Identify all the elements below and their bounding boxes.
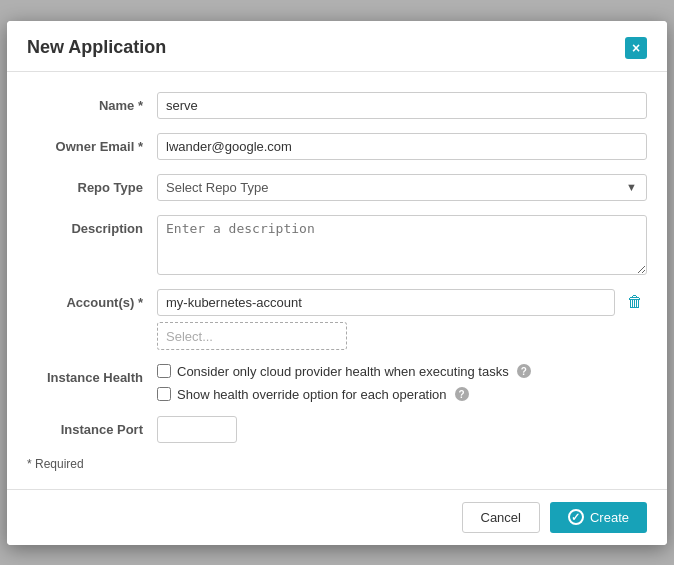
account-item: 🗑 [157,289,647,316]
name-input[interactable] [157,92,647,119]
create-button[interactable]: ✓ Create [550,502,647,533]
instance-health-column: Consider only cloud provider health when… [157,364,647,402]
instance-health-label: Instance Health [27,364,157,385]
cloud-health-help-icon[interactable]: ? [517,364,531,378]
new-application-modal: New Application × Name * Owner Email * R… [7,21,667,545]
account-input[interactable] [157,289,615,316]
account-select-dropdown[interactable]: Select... [157,322,347,350]
modal-title: New Application [27,37,166,58]
repo-type-label: Repo Type [27,174,157,195]
trash-icon: 🗑 [627,293,643,311]
repo-type-select[interactable]: Select Repo Type [157,174,647,201]
owner-email-row: Owner Email * [27,133,647,160]
health-override-row: Show health override option for each ope… [157,387,647,402]
repo-type-row: Repo Type Select Repo Type [27,174,647,201]
owner-email-label: Owner Email * [27,133,157,154]
repo-type-wrapper: Select Repo Type [157,174,647,201]
accounts-column: 🗑 Select... [157,289,647,350]
instance-port-row: Instance Port [27,416,647,443]
create-label: Create [590,510,629,525]
create-check-icon: ✓ [568,509,584,525]
health-override-help-icon[interactable]: ? [455,387,469,401]
required-note: * Required [27,457,647,471]
cloud-health-checkbox[interactable] [157,364,171,378]
select-placeholder: Select... [166,329,213,344]
instance-port-label: Instance Port [27,416,157,437]
close-button[interactable]: × [625,37,647,59]
accounts-row: Account(s) * 🗑 Select... [27,289,647,350]
description-input[interactable] [157,215,647,275]
modal-body: Name * Owner Email * Repo Type Select Re… [7,72,667,489]
modal-header: New Application × [7,21,667,72]
cloud-health-label: Consider only cloud provider health when… [177,364,509,379]
modal-footer: Cancel ✓ Create [7,489,667,545]
health-override-label: Show health override option for each ope… [177,387,447,402]
description-label: Description [27,215,157,236]
description-row: Description [27,215,647,275]
name-row: Name * [27,92,647,119]
name-label: Name * [27,92,157,113]
cloud-health-row: Consider only cloud provider health when… [157,364,647,379]
modal-overlay: New Application × Name * Owner Email * R… [0,0,674,565]
health-override-checkbox[interactable] [157,387,171,401]
instance-port-input[interactable] [157,416,237,443]
accounts-label: Account(s) * [27,289,157,310]
owner-email-input[interactable] [157,133,647,160]
instance-health-row: Instance Health Consider only cloud prov… [27,364,647,402]
delete-account-button[interactable]: 🗑 [623,291,647,313]
cancel-button[interactable]: Cancel [462,502,540,533]
